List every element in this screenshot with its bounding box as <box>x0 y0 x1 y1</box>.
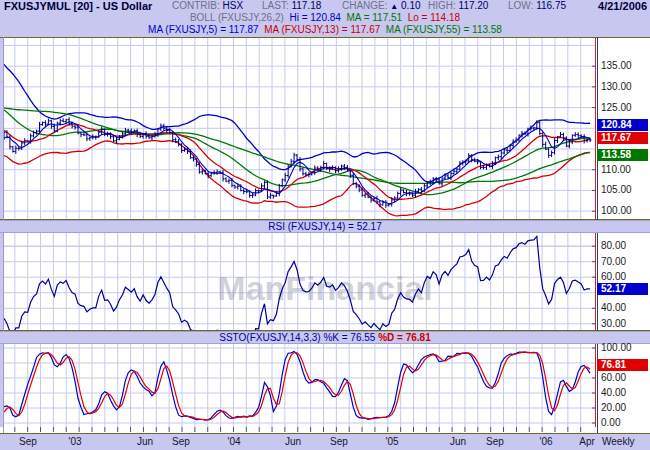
time-axis-label: '04 <box>227 435 240 448</box>
time-axis-label: Jun <box>450 435 466 448</box>
time-axis-label: Apr <box>579 435 595 448</box>
rsi-axis-label: 70.00 <box>601 256 649 267</box>
time-axis-label: Sep <box>19 435 37 448</box>
ssto-axis-label: 0.00 <box>601 417 649 428</box>
rsi-axis-label: 80.00 <box>601 240 649 251</box>
ssto-axis-label: 100.00 <box>601 342 649 353</box>
time-axis-label: '05 <box>385 435 398 448</box>
time-axis-label: '03 <box>68 435 81 448</box>
rsi-axis-label: 40.00 <box>601 302 649 313</box>
ssto-marker: 76.81 <box>597 359 648 371</box>
rsi-title: RSI (FXUSJY,14) = 52.17 <box>268 221 381 232</box>
boll-hi-marker: 120.84 <box>597 119 648 131</box>
ssto-title-strip: SSTO(FXUSJY,14,3,3) %K = 76.55 %D = 76.8… <box>0 331 650 344</box>
price-axis-label: 105.00 <box>601 184 649 195</box>
ssto-d-title: %D = 76.81 <box>375 332 430 343</box>
price-axis-label: 110.00 <box>601 164 649 175</box>
price-axis-label: 135.00 <box>601 60 649 71</box>
time-axis-label: Jun <box>137 435 153 448</box>
time-axis-label: Sep <box>172 435 190 448</box>
chart-application-window: FXUSJYMUL [20] - US Dollar CONTRIB: HSX … <box>0 0 650 450</box>
interval-label: Weekly <box>602 435 635 448</box>
time-axis-label: Jun <box>285 435 301 448</box>
watermark-text: ManFinancial <box>217 269 432 307</box>
ma13-marker: 117.67 <box>597 132 648 144</box>
time-axis-label: '06 <box>539 435 552 448</box>
time-axis-label: Sep <box>486 435 504 448</box>
ma55-marker: 113.58 <box>597 149 648 161</box>
ssto-axis-label: 40.00 <box>601 387 649 398</box>
rsi-marker: 52.17 <box>597 283 648 295</box>
panel-background <box>0 427 597 434</box>
rsi-axis-label: 30.00 <box>601 318 649 329</box>
ssto-axis-label: 20.00 <box>601 402 649 413</box>
price-axis-label: 125.00 <box>601 102 649 113</box>
ssto-title: SSTO(FXUSJY,14,3,3) %K = 76.55 <box>219 332 375 343</box>
ssto-axis-label: 60.00 <box>601 372 649 383</box>
time-axis-label: Sep <box>330 435 348 448</box>
price-axis-label: 100.00 <box>601 205 649 216</box>
price-axis-label: 130.00 <box>601 81 649 92</box>
rsi-axis-label: 60.00 <box>601 271 649 282</box>
rsi-title-strip: RSI (FXUSJY,14) = 52.17 <box>0 220 650 233</box>
